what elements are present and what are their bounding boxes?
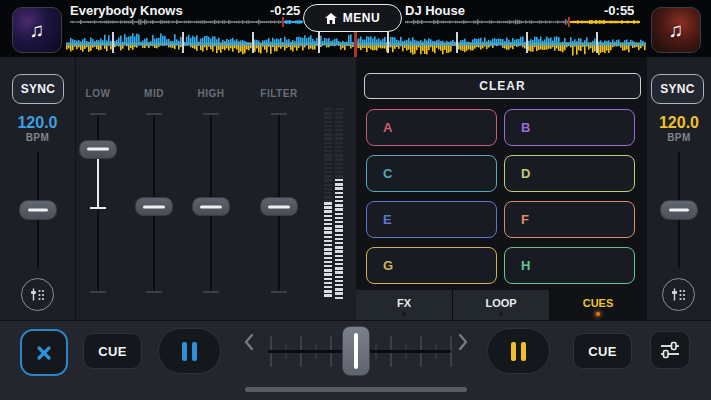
slider-range-indicator [97,158,99,207]
deck-a-mixer-settings-button[interactable] [21,278,54,311]
slider-end-cap [271,291,287,293]
vu-meter-column [324,108,332,299]
mixer-slider-handle-mid[interactable] [135,197,173,216]
deck-mode-tab-bar: FXLOOPCUES [356,290,646,320]
cue-pad-a[interactable]: A [366,109,497,146]
slider-end-cap [146,291,162,293]
slider-end-cap [203,113,219,115]
close-x-icon [33,342,55,364]
cue-pad-h[interactable]: H [504,247,635,284]
cue-pad-label: A [383,120,392,135]
fader-grid-icon [29,286,46,303]
cue-pad-label: G [383,258,393,273]
cue-pad-f[interactable]: F [504,201,635,238]
cue-pad-e[interactable]: E [366,201,497,238]
slider-end-cap [90,113,106,115]
tab-label: FX [397,297,411,309]
deck-b-play-pause-button[interactable] [487,328,550,374]
deck-b-bpm-value: 120.0 [647,114,711,132]
pause-icon [182,342,187,361]
tab-label: LOOP [485,297,516,309]
deck-a-panel: SYNC 120.0 BPM [0,57,76,320]
sliders-icon [659,341,681,359]
cue-pad-c[interactable]: C [366,155,497,192]
deck-a-sync-button[interactable]: SYNC [12,74,64,104]
cue-pad-label: F [521,212,529,227]
transport-bar: CUE CUE [0,320,711,400]
deck-a-album-art[interactable]: ♫ [12,7,62,53]
slider-end-cap [203,291,219,293]
mixer-label-high: HIGH [198,88,225,99]
menu-label: MENU [343,11,380,25]
pause-icon [511,342,516,361]
deck-b-panel: SYNC 120.0 BPM [646,57,711,320]
tab-indicator-dot [596,312,600,316]
dj-app-screen: ♫ Everybody Knows -0:25 MENU DJ House -0… [0,0,711,400]
deck-a-pitch-fader-handle[interactable] [19,200,57,220]
mixer-label-filter: FILTER [260,88,297,99]
cue-pad-g[interactable]: G [366,247,497,284]
deck-a-bpm-unit: BPM [0,132,75,143]
tab-label: CUES [583,297,614,309]
slider-end-cap [146,113,162,115]
deck-b-cue-button[interactable]: CUE [573,333,632,369]
cue-pad-label: D [521,166,530,181]
pause-icon [192,342,197,361]
slider-end-cap [271,113,287,115]
deck-b-pitch-fader-handle[interactable] [660,200,698,220]
crossfader-handle[interactable] [342,326,370,376]
deck-a-play-pause-button[interactable] [158,328,221,374]
menu-button[interactable]: MENU [303,4,402,32]
deck-a-bpm-value: 120.0 [0,114,75,132]
mixer-config-button[interactable] [650,331,690,369]
deck-b-track-title: DJ House [405,3,465,18]
cue-pad-label: H [521,258,530,273]
crossfader[interactable] [240,321,472,381]
vu-meter [324,108,343,299]
tab-cues[interactable]: CUES [550,290,646,320]
deck-b-mixer-settings-button[interactable] [662,278,695,311]
fader-grid-icon [670,286,687,303]
deck-a-track-title: Everybody Knows [70,3,183,18]
chevron-left-icon [244,333,254,351]
deck-a-overview-waveform[interactable] [70,17,303,27]
tab-fx[interactable]: FX [356,290,453,320]
cue-pad-label: E [383,212,392,227]
mixer-slider-handle-high[interactable] [192,197,230,216]
deck-b-time-remaining: -0:55 [604,3,634,18]
pause-icon [521,342,526,361]
slider-end-cap [90,291,106,293]
mixer-slider-handle-low[interactable] [79,140,117,159]
deck-b-bpm-unit: BPM [647,132,711,143]
clear-cues-button[interactable]: CLEAR [364,73,641,99]
cue-pad-label: B [521,120,530,135]
music-note-icon: ♫ [30,19,45,42]
cue-pad-b[interactable]: B [504,109,635,146]
cue-pad-label: C [383,166,392,181]
cue-pad-d[interactable]: D [504,155,635,192]
slider-range-cap [90,207,106,209]
mixer-label-mid: MID [144,88,164,99]
home-indicator[interactable] [245,387,467,392]
tab-indicator-dot [499,312,503,316]
cue-pads-panel: CLEAR ABCDEFGH FXLOOPCUES [356,57,646,320]
tab-loop[interactable]: LOOP [453,290,550,320]
tab-indicator-dot [402,312,406,316]
deck-b-album-art[interactable]: ♫ [651,7,701,53]
deck-a-time-remaining: -0:25 [270,3,300,18]
music-note-icon: ♫ [669,19,684,42]
main-waveform[interactable] [66,29,646,57]
home-icon [325,13,337,24]
chevron-right-icon [458,333,468,351]
mixer-label-low: LOW [86,88,111,99]
mixer-section: LOWMIDHIGHFILTER [76,57,356,320]
top-bar: ♫ Everybody Knows -0:25 MENU DJ House -0… [0,0,711,57]
mixer-slider-handle-filter[interactable] [260,197,298,216]
close-button[interactable] [20,329,68,376]
deck-b-sync-button[interactable]: SYNC [651,74,704,104]
vu-meter-column [335,108,343,299]
deck-b-overview-waveform[interactable] [405,17,640,27]
deck-a-cue-button[interactable]: CUE [83,333,142,369]
